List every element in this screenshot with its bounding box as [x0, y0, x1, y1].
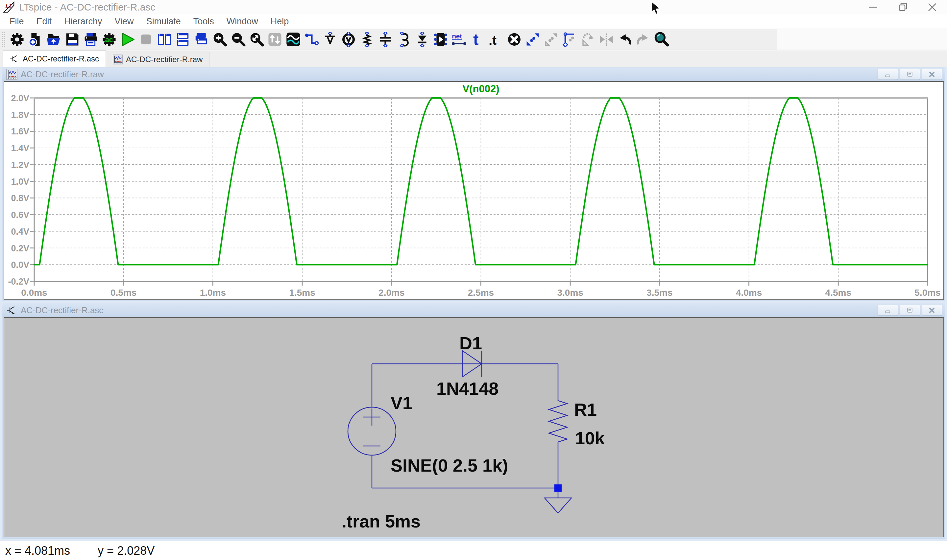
minimize-button[interactable]: [878, 305, 898, 316]
diode-ref-label[interactable]: D1: [459, 333, 482, 353]
cut-icon[interactable]: [542, 30, 560, 49]
save-icon[interactable]: [63, 30, 82, 49]
child-restore-icon: [905, 305, 915, 315]
resistor-symbol[interactable]: [549, 398, 567, 447]
x-axis-tick-label: 5.0ms: [915, 288, 941, 298]
ltspice-logo-icon: LT: [3, 1, 15, 14]
restore-button[interactable]: [900, 69, 920, 80]
waveform-canvas[interactable]: 2.0V1.8V1.6V1.4V1.2V1.0V0.8V0.6V0.4V0.2V…: [4, 82, 943, 299]
menu-item-hierarchy[interactable]: Hierarchy: [58, 17, 108, 27]
waveform-glyph-icon: [6, 69, 17, 80]
open-icon: [46, 32, 62, 47]
source-ref-label[interactable]: V1: [391, 393, 412, 413]
undo-icon[interactable]: [616, 30, 634, 49]
tile-vertical-icon[interactable]: [155, 30, 174, 49]
zoom-extents-icon[interactable]: [247, 30, 266, 49]
tile-horizontal-icon[interactable]: [174, 30, 192, 49]
menu-item-help[interactable]: Help: [264, 17, 295, 27]
new-file-icon[interactable]: [26, 30, 45, 49]
waveform-window-titlebar[interactable]: AC-DC-rectifier-R.raw: [2, 68, 945, 81]
resistor-ref-label[interactable]: R1: [574, 400, 597, 419]
waveform-plot-pane[interactable]: V(n002) 2.0V1.8V1.6V1.4V1.2V1.0V0.8V0.6V…: [4, 81, 944, 300]
y-axis-tick-label: 0.6V: [11, 210, 29, 220]
halt-icon[interactable]: [137, 30, 155, 49]
find-icon[interactable]: [652, 30, 671, 49]
autorange-icon[interactable]: [266, 30, 284, 49]
wire-icon[interactable]: [302, 30, 321, 49]
schematic-window: AC-DC-rectifier-R.asc D1: [2, 303, 945, 539]
svg-text:.t: .t: [489, 33, 496, 47]
restore-button[interactable]: [900, 305, 920, 316]
menu-item-simulate[interactable]: Simulate: [140, 17, 187, 27]
spice-directive-label[interactable]: .tran 5ms: [342, 511, 420, 531]
schematic-canvas[interactable]: D1 1N4148 V1 R1 10k SINE(0 2.5 1k) .tran…: [4, 317, 944, 537]
redo-icon[interactable]: [634, 30, 652, 49]
status-bar: x = 4.081ms y = 2.028V: [0, 541, 947, 560]
svg-text:net: net: [452, 32, 462, 40]
label-net-icon[interactable]: [339, 30, 358, 49]
print-icon[interactable]: [82, 30, 100, 49]
close-button[interactable]: [918, 0, 947, 14]
zoom-out-icon[interactable]: [229, 30, 247, 49]
waveform-icon[interactable]: [284, 30, 302, 49]
menu-item-edit[interactable]: Edit: [30, 17, 58, 27]
gear-icon[interactable]: [8, 30, 26, 49]
svg-text:.ac: .ac: [103, 35, 113, 44]
menu-item-file[interactable]: File: [3, 17, 30, 27]
ground-symbol[interactable]: [545, 498, 571, 513]
netlist-icon[interactable]: net: [450, 30, 468, 49]
open-icon[interactable]: [45, 30, 63, 49]
label-net-icon: [341, 32, 356, 47]
highlight-net-icon[interactable]: [560, 30, 579, 49]
mouse-cursor-icon: [648, 1, 664, 16]
ground-icon[interactable]: [321, 30, 339, 49]
delete-icon[interactable]: [505, 30, 524, 49]
minimize-button[interactable]: [858, 0, 888, 14]
tab-AC-DC-rectifier-R.asc[interactable]: AC-DC-rectifier-R.asc: [3, 50, 106, 67]
schematic-window-titlebar[interactable]: AC-DC-rectifier-R.asc: [2, 303, 945, 317]
x-axis-tick-label: 3.0ms: [557, 288, 583, 298]
menu-item-tools[interactable]: Tools: [187, 17, 220, 27]
spice-directive-icon[interactable]: .t: [487, 30, 505, 49]
close-button[interactable]: [922, 305, 942, 316]
run-icon[interactable]: [119, 30, 137, 49]
mirror-icon[interactable]: [597, 30, 616, 49]
diode-value-label[interactable]: 1N4148: [436, 378, 499, 398]
zoom-extents-icon: [249, 32, 264, 47]
zoom-in-icon[interactable]: [211, 30, 229, 49]
trace-legend[interactable]: V(n002): [34, 83, 928, 95]
text-icon: t: [470, 32, 485, 47]
x-axis-tick-label: 0.5ms: [111, 288, 137, 298]
maximize-button[interactable]: [888, 0, 918, 14]
source-value-label[interactable]: SINE(0 2.5 1k): [391, 455, 508, 475]
schematic-glyph-icon: [6, 305, 17, 316]
menu-item-view[interactable]: View: [108, 17, 140, 27]
text-icon[interactable]: t: [468, 30, 487, 49]
y-axis-tick-label: 0.2V: [11, 243, 29, 253]
inductor-icon: [396, 32, 411, 47]
minimize-button[interactable]: [878, 69, 898, 80]
cascade-icon[interactable]: [192, 30, 211, 49]
mouse-cursor: [648, 1, 664, 16]
capacitor-icon[interactable]: [376, 30, 394, 49]
y-axis-tick-label: 0.0V: [11, 260, 29, 270]
rotate-icon[interactable]: [579, 30, 597, 49]
tab-AC-DC-rectifier-R.raw[interactable]: AC-DC-rectifier-R.raw: [106, 52, 209, 67]
sim-settings-icon[interactable]: .ac: [100, 30, 119, 49]
close-button[interactable]: [922, 69, 942, 80]
diode-icon: [415, 32, 430, 47]
resistor-value-label[interactable]: 10k: [575, 428, 605, 448]
diode-icon[interactable]: [413, 30, 431, 49]
toolbar-grip[interactable]: [2, 32, 5, 47]
x-axis-tick-label: 1.0ms: [200, 288, 226, 298]
autorange-icon: [267, 32, 282, 47]
inductor-icon[interactable]: [394, 30, 413, 49]
schematic-drawing[interactable]: D1 1N4148 V1 R1 10k SINE(0 2.5 1k) .tran…: [4, 318, 943, 537]
copy-icon[interactable]: [524, 30, 542, 49]
voltage-source-symbol[interactable]: [348, 407, 396, 455]
menu-item-window[interactable]: Window: [220, 17, 264, 27]
cascade-icon: [194, 32, 209, 47]
resistor-icon[interactable]: [358, 30, 376, 49]
junction-node[interactable]: [554, 485, 562, 492]
component-icon[interactable]: [431, 30, 450, 49]
